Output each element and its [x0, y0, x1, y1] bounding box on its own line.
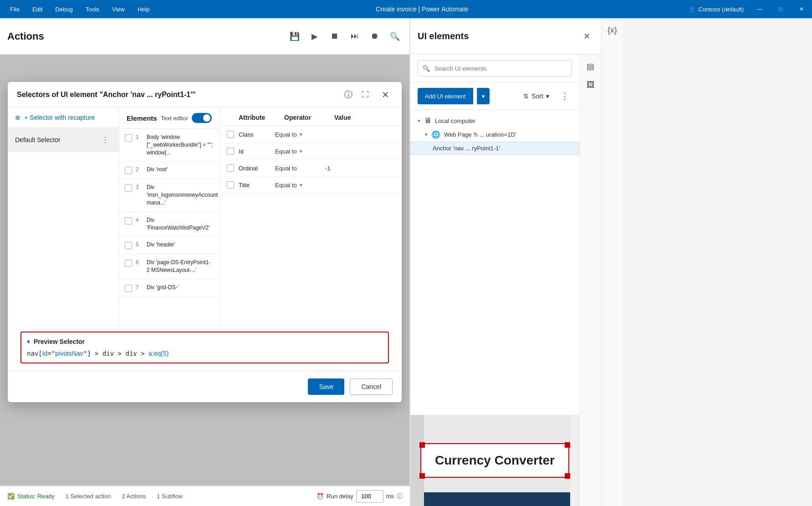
attr-value-ordinal: -1 — [325, 165, 394, 172]
attr-column-operator: Operator — [284, 114, 334, 121]
add-ui-element-button[interactable]: Add UI element — [418, 88, 473, 104]
element-checkbox-6[interactable] — [125, 260, 132, 267]
menu-file[interactable]: File — [4, 2, 26, 16]
minimize-button[interactable]: — — [749, 0, 770, 18]
variable-icon-button[interactable]: {x} — [604, 22, 621, 38]
tree-item-web-page[interactable]: ▾ 🌐 Web Page 'h ... uration=1D' — [410, 128, 579, 142]
window-controls: — □ ✕ — [749, 0, 812, 18]
stop-button[interactable]: ⏹ — [327, 29, 342, 44]
corner-bl — [419, 473, 425, 479]
text-editor-label: Text editor — [161, 115, 188, 122]
attr-checkbox-id[interactable] — [227, 148, 234, 155]
layers-icon-button[interactable]: ▤ — [582, 58, 599, 75]
element-num-1: 1 — [136, 133, 143, 140]
element-checkbox-5[interactable] — [125, 242, 132, 249]
element-row[interactable]: 2 Div 'root' — [119, 161, 219, 179]
elements-list: 1 Body 'window ["_webWorkerBundle"] = ""… — [119, 129, 219, 326]
currency-converter-text: Currency Converter — [435, 453, 555, 467]
preview-selector-code: nav[Id="pivotsNav"] > div > div > a:eq(5… — [27, 350, 383, 357]
attr-operator-ordinal[interactable]: Equal to — [275, 165, 325, 172]
element-checkbox-4[interactable] — [125, 217, 132, 225]
sort-button[interactable]: ⇅ Sort ▾ — [519, 90, 554, 102]
menu-view[interactable]: View — [106, 2, 131, 16]
elements-title: Elements — [127, 114, 161, 122]
selector-modal: Selectors of UI element "Anchor 'nav ...… — [8, 82, 402, 402]
element-row[interactable]: 4 Div 'FinanceWatchlistPageV2' — [119, 212, 219, 237]
run-button[interactable]: ▶ — [307, 29, 322, 44]
preview-selector-section: ▾ Preview Selector nav[Id="pivotsNav"] >… — [20, 332, 389, 363]
corner-tl — [419, 442, 425, 448]
attr-op-text-ordinal: Equal to — [275, 165, 297, 172]
step-button[interactable]: ⏭ — [347, 29, 362, 44]
menu-help[interactable]: Help — [131, 2, 156, 16]
element-text-1: Body 'window ["_webWorkerBundle"] = ""; … — [147, 133, 214, 156]
attr-row-id: Id Equal to ▾ — [220, 143, 402, 160]
maximize-button[interactable]: □ — [770, 0, 791, 18]
attr-operator-title[interactable]: Equal to ▾ — [275, 182, 325, 189]
run-delay-input[interactable] — [356, 490, 383, 503]
add-selector-button[interactable]: ⊕ + Selector with recapture — [8, 107, 119, 128]
close-button[interactable]: ✕ — [791, 0, 812, 18]
default-selector-item[interactable]: Default Selector ⋮ — [8, 128, 119, 152]
run-delay-section: ⏰ Run delay ms ⓘ — [317, 490, 403, 503]
save-button[interactable]: Save — [308, 378, 344, 395]
text-editor-toggle[interactable] — [192, 113, 212, 123]
add-selector-label: + Selector with recapture — [24, 114, 95, 121]
actions-title: Actions — [7, 31, 287, 42]
ms-label: ms — [386, 493, 394, 500]
attr-checkbox-class[interactable] — [227, 131, 234, 138]
selector-more-button[interactable]: ⋮ — [99, 133, 112, 146]
info-icon[interactable]: ⓘ — [344, 89, 352, 100]
menu-tools[interactable]: Tools — [79, 2, 106, 16]
anchor-label: Anchor 'nav ... ryPoint1-1' — [433, 145, 500, 152]
expand-button[interactable]: ⛶ — [358, 87, 373, 102]
actions-count-text: 2 Actions — [122, 493, 146, 500]
element-checkbox-3[interactable] — [125, 184, 132, 192]
variable-icon: {x} — [608, 26, 617, 35]
run-delay-info-icon[interactable]: ⓘ — [397, 492, 403, 501]
element-row[interactable]: 5 Div 'header' — [119, 236, 219, 254]
attr-checkbox-title[interactable] — [227, 181, 234, 189]
status-ready: ✅ Status: Ready — [7, 493, 55, 500]
element-row[interactable]: 1 Body 'window ["_webWorkerBundle"] = ""… — [119, 129, 219, 161]
selector-panel: ⊕ + Selector with recapture Default Sele… — [8, 107, 119, 326]
element-checkbox-7[interactable] — [125, 285, 132, 292]
menu-debug[interactable]: Debug — [49, 2, 79, 16]
element-row[interactable]: 6 Div 'page-DS-EntryPoint1-2 MSNewsLayou… — [119, 254, 219, 279]
save-toolbar-button[interactable]: 💾 — [287, 29, 302, 44]
search-input[interactable] — [418, 60, 572, 77]
attr-chevron-title: ▾ — [300, 182, 302, 188]
attr-chevron-id: ▾ — [300, 148, 302, 154]
element-text-7: Div 'grid-DS-' — [147, 284, 179, 291]
cancel-button[interactable]: Cancel — [350, 378, 393, 395]
search-icon: 🔍 — [422, 65, 430, 72]
record-button[interactable]: ⏺ — [368, 29, 382, 44]
right-panel: UI elements ✕ 🔍 Add UI element ▾ — [410, 18, 812, 506]
preview-bottom-bar — [424, 492, 570, 506]
subflow-text: 1 Subflow — [157, 493, 183, 500]
image-icon-button[interactable]: 🖼 — [582, 77, 599, 93]
tree-item-anchor[interactable]: Anchor 'nav ... ryPoint1-1' — [410, 142, 579, 155]
modal-close-button[interactable]: ✕ — [378, 87, 393, 102]
tree-item-local-computer[interactable]: ▾ 🖥 Local computer — [410, 114, 579, 128]
ui-panel-side-icons: ▤ 🖼 — [579, 55, 601, 506]
search-toolbar-button[interactable]: 🔍 — [388, 29, 402, 44]
attr-operator-id[interactable]: Equal to ▾ — [275, 148, 325, 155]
attr-operator-class[interactable]: Equal to ▾ — [275, 131, 325, 138]
attr-checkbox-ordinal[interactable] — [227, 164, 234, 172]
element-row[interactable]: 3 Div 'msn_logomsnmoneyAccount mana...' — [119, 179, 219, 211]
preview-code-selector: a:eq(5) — [148, 350, 169, 357]
preview-selector-header[interactable]: ▾ Preview Selector — [27, 338, 383, 345]
attr-name-id: Id — [239, 148, 275, 155]
element-checkbox-2[interactable] — [125, 167, 132, 174]
element-checkbox-1[interactable] — [125, 134, 132, 142]
sort-label: Sort — [531, 92, 543, 100]
attr-column-value: Value — [334, 114, 394, 121]
menu-edit[interactable]: Edit — [26, 2, 49, 16]
ui-panel-close-button[interactable]: ✕ — [579, 29, 594, 44]
more-options-button[interactable]: ⋮ — [557, 89, 572, 103]
element-row[interactable]: 7 Div 'grid-DS-' — [119, 279, 219, 297]
status-text: Status: Ready — [17, 493, 55, 500]
ui-elements-panel: UI elements ✕ 🔍 Add UI element ▾ — [410, 18, 601, 506]
add-ui-element-chevron[interactable]: ▾ — [477, 88, 490, 104]
